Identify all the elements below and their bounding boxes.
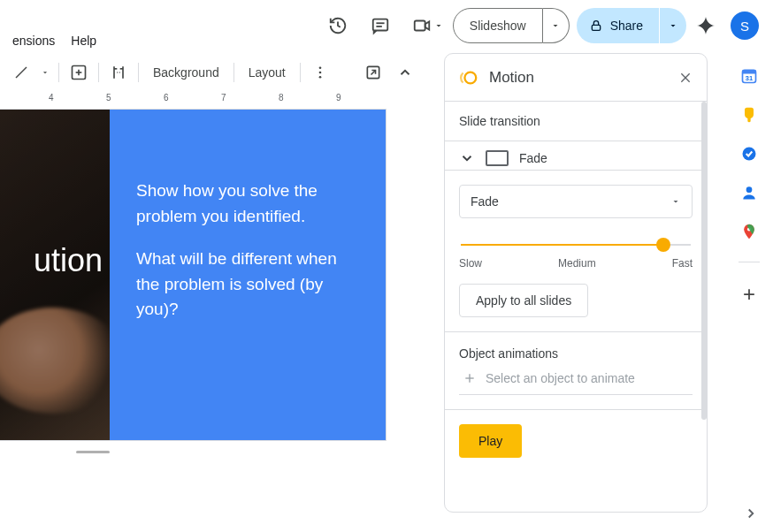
- play-button[interactable]: Play: [459, 424, 522, 458]
- more-tools[interactable]: [306, 58, 334, 87]
- background-button[interactable]: Background: [144, 58, 228, 87]
- maps-icon[interactable]: [740, 223, 758, 240]
- panel-title: Motion: [489, 69, 678, 87]
- slide-paragraph: Show how you solve the problem you ident…: [136, 179, 361, 229]
- close-panel-button[interactable]: [678, 71, 693, 85]
- svg-rect-5: [592, 25, 600, 30]
- speed-label-fast: Fast: [672, 257, 693, 270]
- svg-point-23: [746, 186, 753, 193]
- svg-line-6: [16, 67, 27, 78]
- slideshow-button[interactable]: Slideshow: [453, 8, 543, 43]
- slide-canvas[interactable]: ution Show how you solve the problem you…: [0, 110, 386, 440]
- lock-icon: [589, 19, 603, 33]
- comments-icon[interactable]: [363, 8, 398, 43]
- speed-slider[interactable]: [461, 238, 691, 252]
- slideshow-dropdown[interactable]: [543, 8, 570, 43]
- line-tool-dropdown[interactable]: [37, 58, 53, 87]
- toolbar-divider: [138, 63, 139, 82]
- transition-tool[interactable]: [104, 58, 133, 87]
- svg-point-10: [318, 66, 321, 69]
- history-icon[interactable]: [320, 8, 356, 43]
- rail-separator: [739, 262, 760, 262]
- plus-icon: [463, 371, 477, 385]
- svg-point-11: [318, 72, 321, 74]
- svg-text:31: 31: [746, 74, 753, 82]
- share-button[interactable]: Share: [577, 8, 659, 43]
- calendar-icon[interactable]: 31: [740, 67, 758, 85]
- svg-point-12: [318, 76, 321, 79]
- horizontal-ruler: 4 5 6 7 8 9: [0, 92, 425, 108]
- slide-text-area[interactable]: Show how you solve the problem you ident…: [110, 110, 386, 440]
- tasks-icon[interactable]: [740, 145, 758, 163]
- svg-marker-4: [425, 21, 429, 29]
- motion-panel: Motion Slide transition Fade Fade: [444, 53, 708, 513]
- layout-button[interactable]: Layout: [240, 58, 295, 87]
- share-label: Share: [610, 19, 643, 33]
- chevron-down-icon: [670, 196, 681, 207]
- video-call-icon[interactable]: [405, 8, 446, 43]
- speed-label-slow: Slow: [459, 257, 482, 270]
- hide-side-panel[interactable]: [743, 505, 759, 521]
- toolbar-divider: [58, 63, 59, 82]
- slide-image-area: ution: [0, 110, 110, 440]
- share-dropdown[interactable]: [660, 8, 686, 43]
- toolbar-divider: [300, 63, 301, 82]
- add-addon-button[interactable]: +: [743, 284, 755, 305]
- slide-thumbnail-icon: [486, 150, 509, 166]
- gemini-icon[interactable]: [693, 13, 718, 38]
- slider-thumb[interactable]: [656, 238, 670, 252]
- collapse-transition[interactable]: [459, 150, 475, 166]
- select-object-label: Select an object to animate: [486, 371, 635, 385]
- slide-title-fragment: ution: [34, 242, 103, 279]
- collapse-toolbar[interactable]: [391, 58, 419, 87]
- speed-label-medium: Medium: [558, 257, 596, 270]
- object-animations-heading: Object animations: [459, 346, 693, 361]
- slide-pager-indicator[interactable]: [76, 451, 110, 453]
- svg-rect-3: [415, 21, 425, 31]
- toolbar-divider: [233, 63, 234, 82]
- account-avatar[interactable]: S: [731, 11, 759, 40]
- slide-paragraph: What will be different when the problem …: [136, 247, 361, 323]
- svg-point-14: [464, 72, 476, 83]
- motion-icon: [459, 68, 478, 87]
- svg-rect-0: [373, 19, 388, 31]
- open-in-new-tool[interactable]: [359, 58, 387, 87]
- contacts-icon[interactable]: [740, 184, 758, 201]
- side-panel-rail: 31 +: [725, 60, 773, 305]
- line-tool[interactable]: [7, 58, 35, 87]
- toolbar-divider: [98, 63, 99, 82]
- transition-select-value: Fade: [471, 194, 499, 209]
- slide-transition-heading: Slide transition: [459, 114, 693, 128]
- add-object-animation[interactable]: Select an object to animate: [459, 371, 693, 395]
- transition-type-select[interactable]: Fade: [459, 185, 693, 218]
- panel-scrollbar[interactable]: [701, 102, 707, 420]
- keep-icon[interactable]: [740, 106, 758, 124]
- svg-rect-20: [743, 70, 756, 73]
- apply-to-all-button[interactable]: Apply to all slides: [459, 284, 588, 317]
- add-comment-tool[interactable]: [65, 58, 93, 87]
- transition-name: Fade: [519, 151, 547, 165]
